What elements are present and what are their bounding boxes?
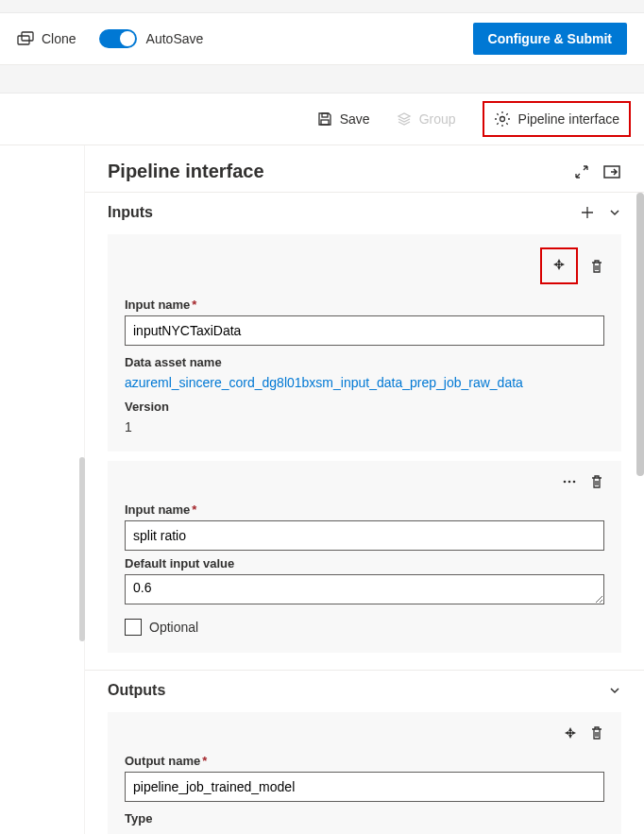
chevron-down-icon[interactable] [608, 206, 621, 219]
svg-point-8 [568, 481, 571, 484]
svg-point-4 [500, 117, 504, 122]
more-icon[interactable] [561, 474, 578, 489]
svg-rect-3 [321, 120, 329, 125]
panel-title-row: Pipeline interface [85, 145, 644, 192]
group-icon [397, 111, 412, 127]
svg-point-6 [558, 264, 560, 265]
configure-submit-button[interactable]: Configure & Submit [473, 23, 627, 55]
input-card-2: Input name* Default input value Optional [108, 461, 621, 653]
left-gutter [0, 145, 85, 834]
inputs-section-header: Inputs [85, 192, 644, 230]
toolbar: Save Group Pipeline interface [0, 94, 644, 145]
svg-point-9 [573, 481, 576, 484]
toggle-knob [120, 31, 135, 46]
autosave-label: AutoSave [146, 31, 204, 46]
version-label: Version [125, 400, 604, 414]
data-asset-label: Data asset name [125, 355, 604, 369]
svg-point-10 [569, 732, 571, 734]
output-name-label: Output name* [125, 754, 604, 768]
locate-icon[interactable] [563, 725, 578, 740]
delete-icon[interactable] [589, 259, 604, 274]
autosave-toggle[interactable]: AutoSave [99, 29, 204, 48]
chevron-down-icon[interactable] [608, 684, 621, 697]
toggle-track [99, 29, 137, 48]
save-label: Save [340, 111, 370, 127]
type-label: Type [125, 811, 604, 825]
svg-rect-2 [322, 113, 328, 117]
data-asset-link[interactable]: azureml_sincere_cord_dg8l01bxsm_input_da… [125, 375, 604, 390]
expand-icon[interactable] [574, 164, 589, 179]
input-name-label: Input name* [125, 298, 604, 312]
header-row: Clone AutoSave Configure & Submit [0, 13, 644, 65]
pipeline-interface-button[interactable]: Pipeline interface [483, 101, 631, 137]
delete-icon[interactable] [589, 474, 604, 489]
input-card-1: Input name* Data asset name azureml_sinc… [108, 234, 621, 451]
default-value-label: Default input value [125, 556, 604, 570]
save-icon [317, 111, 332, 127]
add-icon[interactable] [580, 205, 595, 220]
main-panel: Pipeline interface Inputs [85, 145, 644, 834]
dock-right-icon[interactable] [602, 164, 621, 179]
output-card-1: Output name* Type [108, 712, 621, 834]
group-button: Group [397, 111, 456, 127]
panel-title: Pipeline interface [108, 161, 574, 182]
svg-point-7 [564, 481, 567, 484]
top-bar [0, 0, 644, 13]
clone-label: Clone [42, 31, 76, 46]
optional-label: Optional [149, 620, 198, 635]
input-name-field-1[interactable] [125, 315, 604, 346]
input-name-label-2: Input name* [125, 502, 604, 517]
outputs-title: Outputs [108, 682, 608, 699]
delete-icon[interactable] [589, 725, 604, 740]
default-value-field[interactable] [125, 574, 604, 604]
gap-row [0, 65, 644, 94]
locate-icon[interactable] [551, 257, 567, 272]
output-name-field-1[interactable] [125, 772, 604, 802]
group-label: Group [419, 111, 456, 127]
input-name-field-2[interactable] [125, 520, 604, 551]
save-button[interactable]: Save [317, 111, 370, 127]
optional-checkbox[interactable] [125, 619, 142, 636]
clone-button[interactable]: Clone [17, 31, 76, 46]
version-value: 1 [125, 419, 604, 434]
pipeline-label: Pipeline interface [518, 111, 619, 127]
panel-scrollbar[interactable] [636, 193, 644, 476]
gear-icon [494, 111, 511, 128]
outputs-section-header: Outputs [85, 670, 644, 708]
clone-icon [17, 31, 34, 46]
inputs-title: Inputs [108, 204, 580, 221]
